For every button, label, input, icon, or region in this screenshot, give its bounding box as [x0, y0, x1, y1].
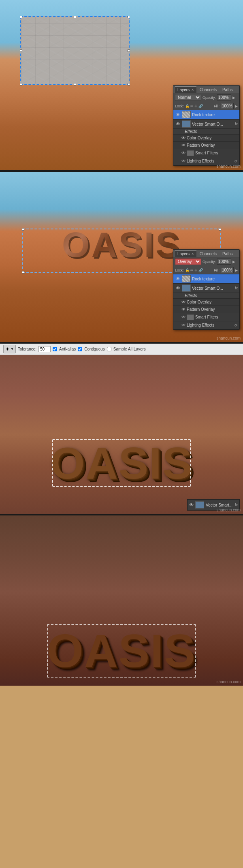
fill-input-1[interactable] [221, 103, 234, 109]
anti-alias-label: Anti-alias [59, 347, 76, 351]
handle-bot-right[interactable] [128, 83, 130, 86]
lock-icon-lock[interactable]: 🔒 [185, 104, 190, 108]
eye-smart-filters-1[interactable]: 👁 [181, 151, 185, 155]
color-overlay-row-1[interactable]: 👁 Color Overlay [173, 135, 239, 142]
handle-mid-left[interactable] [20, 49, 22, 52]
opacity-arrow-1[interactable]: ▶ [232, 96, 235, 100]
tab-close-1[interactable]: × [192, 88, 194, 92]
blend-mode-select-2[interactable]: Overlay Normal Multiply [175, 258, 201, 265]
handle-top-right[interactable] [128, 16, 130, 18]
layer-vector-2[interactable]: 👁 Vector Smart O... fx [173, 284, 239, 293]
fill-label-2: Fill: [214, 268, 220, 272]
section-2: OASIS Layers × Channels Paths Overlay No… [0, 172, 243, 342]
lighting-effects-label-1: Lighting Effects [187, 159, 214, 163]
handle2-top-left[interactable] [22, 228, 24, 231]
fill-arrow-1[interactable]: ▶ [235, 104, 238, 108]
smart-filters-row-1[interactable]: 👁 Smart Filters [173, 149, 239, 157]
handle-top-mid[interactable] [74, 16, 76, 18]
handle-bot-left[interactable] [20, 83, 22, 86]
lighting-effects-row-2[interactable]: 👁 Lighting Effects ⟳ [173, 321, 239, 329]
eye-lighting-1[interactable]: 👁 [181, 159, 185, 163]
eye-color-overlay-2[interactable]: 👁 [181, 300, 185, 304]
name-rock-2: Rock texture [192, 277, 238, 281]
name-rock-1: Rock texture [192, 113, 238, 117]
section-4: OASIS shancun.com [0, 515, 243, 686]
fill-label-1: Fill: [214, 104, 220, 108]
link-icon2[interactable]: 🔗 [198, 268, 203, 272]
eye-pattern-2[interactable]: 👁 [181, 307, 185, 312]
eye-vector-1[interactable]: 👁 [175, 121, 181, 127]
lock-icon-link[interactable]: 🔗 [198, 104, 203, 108]
lighting-arrow-2: ⟳ [234, 323, 238, 327]
anti-alias-check[interactable] [53, 347, 57, 351]
layer-rock-texture-1[interactable]: 👁 Rock texture [173, 110, 239, 120]
eye-rock-1[interactable]: 👁 [175, 112, 181, 118]
tab-channels-2[interactable]: Channels [197, 250, 219, 257]
tolerance-input[interactable] [38, 346, 51, 352]
blend-mode-select-1[interactable]: Normal Overlay Multiply [175, 94, 201, 101]
pattern-overlay-label-1: Pattern Overlay [187, 143, 215, 148]
handle-mid-right[interactable] [128, 49, 130, 52]
tab-layers-1[interactable]: Layers × [175, 86, 196, 93]
blend-row-1: Normal Overlay Multiply Opacity: ▶ [173, 93, 239, 102]
oasis-brown-container: OASIS [4, 363, 239, 489]
eye-color-overlay-1[interactable]: 👁 [181, 136, 185, 140]
color-overlay-row-2[interactable]: 👁 Color Overlay [173, 299, 239, 306]
lock-icons-1: 🔒 ✏ ✛ 🔗 [185, 104, 203, 108]
opacity-label-1: Opacity: [202, 96, 216, 100]
thumb-rock-1 [182, 111, 191, 118]
opacity-arrow-2[interactable]: ▶ [232, 260, 235, 264]
pattern-overlay-row-1[interactable]: 👁 Pattern Overlay [173, 142, 239, 149]
section-3: ✦ ▼ Tolerance: Anti-alias Contiguous Sam… [0, 344, 243, 514]
lock-row-2: Lock: 🔒 ✏ ✛ 🔗 Fill: ▶ [173, 266, 239, 274]
tab-layers-2[interactable]: Layers × [175, 250, 196, 257]
layers-panel-1: Layers × Channels Paths Normal Overlay M… [173, 85, 240, 166]
opacity-label-2: Opacity: [202, 260, 216, 264]
fill-arrow-2[interactable]: ▶ [235, 268, 238, 272]
paint-icon2[interactable]: ✏ [190, 268, 194, 272]
tab-close-2[interactable]: × [192, 252, 194, 256]
lock-icon-move[interactable]: ✛ [194, 104, 198, 108]
layer-rock-texture-2[interactable]: 👁 Rock texture [173, 274, 239, 284]
tab-channels-1[interactable]: Channels [197, 86, 219, 93]
fill-input-2[interactable] [221, 267, 234, 273]
opacity-input-1[interactable] [217, 94, 231, 100]
thumb-vector-1 [182, 120, 191, 128]
tab-paths-1[interactable]: Paths [220, 86, 235, 93]
tab-paths-2[interactable]: Paths [220, 250, 235, 257]
rock-texture-selection[interactable] [20, 16, 130, 85]
color-overlay-label-2: Color Overlay [187, 300, 211, 304]
smart-filters-label-1: Smart Filters [195, 151, 218, 155]
canvas-1: Layers × Channels Paths Normal Overlay M… [0, 0, 243, 170]
pattern-overlay-row-2[interactable]: 👁 Pattern Overlay [173, 306, 239, 313]
layer-vector-1[interactable]: 👁 Vector Smart O... fx [173, 120, 239, 129]
canvas-4: OASIS shancun.com [0, 515, 243, 686]
canvas-2: OASIS Layers × Channels Paths Overlay No… [0, 172, 243, 342]
lock-icon-paint[interactable]: ✏ [190, 104, 194, 108]
watermark-1: shancun.com [217, 164, 241, 169]
handle-bot-mid[interactable] [74, 83, 76, 86]
eye-pattern-overlay-1[interactable]: 👁 [181, 143, 185, 148]
layers-panel-2: Layers × Channels Paths Overlay Normal M… [173, 249, 240, 330]
eye-smart-2[interactable]: 👁 [181, 315, 185, 319]
eye-lighting-2[interactable]: 👁 [181, 323, 185, 327]
toolbar-strip: ✦ ▼ Tolerance: Anti-alias Contiguous Sam… [0, 344, 243, 355]
handle-top-left[interactable] [20, 16, 22, 18]
lighting-arrow-1: ⟳ [234, 159, 238, 163]
contiguous-check[interactable] [78, 347, 82, 351]
fx-vector-1: fx [235, 122, 238, 126]
panel-tabs-1: Layers × Channels Paths [173, 86, 239, 93]
handle2-top-right[interactable] [219, 228, 221, 231]
tolerance-label: Tolerance: [18, 347, 36, 351]
eye-vector-2[interactable]: 👁 [175, 285, 181, 291]
thumb-smart-filters-1 [187, 150, 194, 156]
move-icon2[interactable]: ✛ [194, 268, 198, 272]
handle2-bot-left[interactable] [22, 271, 24, 274]
lock-icon2[interactable]: 🔒 [185, 268, 190, 272]
eye-vector-strip[interactable]: 👁 [189, 502, 194, 507]
magic-wand-tool[interactable]: ✦ ▼ [3, 345, 16, 353]
smart-filters-row-2[interactable]: 👁 Smart Filters [173, 313, 239, 321]
opacity-input-2[interactable] [217, 259, 231, 265]
sample-all-check[interactable] [107, 347, 111, 351]
eye-rock-2[interactable]: 👁 [175, 276, 181, 282]
